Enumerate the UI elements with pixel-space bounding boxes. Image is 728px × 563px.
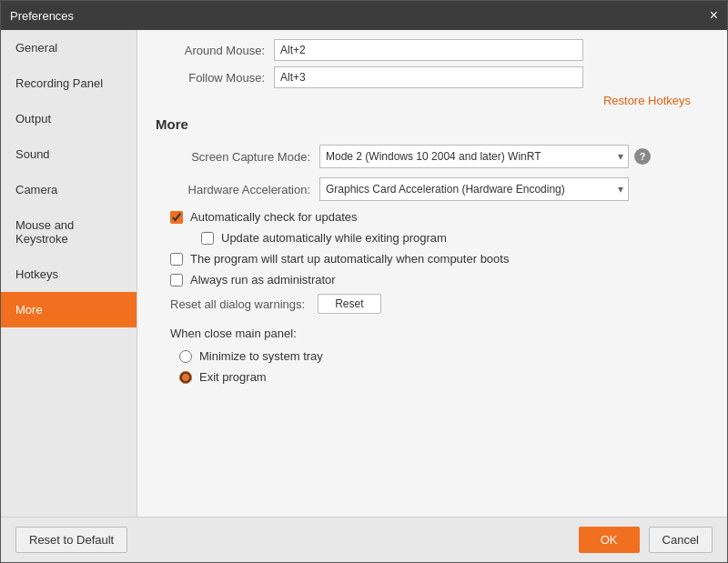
screen-capture-help-icon[interactable]: ? — [634, 148, 651, 165]
admin-label: Always run as administrator — [190, 273, 336, 287]
when-close-label: When close main panel: — [170, 327, 709, 340]
close-button[interactable]: × — [710, 8, 718, 23]
sidebar-item-more[interactable]: More — [1, 292, 136, 327]
ok-button[interactable]: OK — [579, 527, 640, 553]
around-mouse-row: Around Mouse: — [156, 39, 709, 61]
exit-radio[interactable] — [179, 371, 192, 384]
reset-dialog-label: Reset all dialog warnings: — [170, 297, 305, 311]
follow-mouse-input[interactable] — [274, 66, 583, 88]
main-panel: Around Mouse: Follow Mouse: Restore Hotk… — [137, 30, 727, 517]
sidebar-item-output[interactable]: Output — [1, 101, 136, 136]
footer-right: OK Cancel — [579, 527, 713, 553]
minimize-radio[interactable] — [179, 350, 192, 363]
sidebar: General Recording Panel Output Sound Cam… — [1, 30, 137, 517]
update-auto-checkbox[interactable] — [201, 232, 214, 245]
preferences-window: Preferences × General Recording Panel Ou… — [0, 0, 728, 563]
follow-mouse-row: Follow Mouse: — [156, 66, 709, 88]
screen-capture-dropdown[interactable]: Mode 2 (Windows 10 2004 and later) WinRT… — [319, 145, 629, 168]
titlebar: Preferences × — [1, 1, 727, 30]
startup-checkbox[interactable] — [170, 253, 183, 266]
when-close-section: When close main panel: Minimize to syste… — [156, 327, 709, 384]
sidebar-item-general[interactable]: General — [1, 30, 136, 65]
hardware-acceleration-row: Hardware Acceleration: Graphics Card Acc… — [156, 177, 709, 201]
reset-to-default-button[interactable]: Reset to Default — [15, 527, 127, 553]
screen-capture-row: Screen Capture Mode: Mode 2 (Windows 10 … — [156, 145, 709, 168]
more-section: More Screen Capture Mode: Mode 2 (Window… — [156, 116, 709, 384]
screen-capture-label: Screen Capture Mode: — [156, 150, 319, 164]
cancel-button[interactable]: Cancel — [649, 527, 713, 553]
around-mouse-input[interactable] — [274, 39, 583, 61]
auto-check-updates-row: Automatically check for updates — [156, 210, 709, 224]
exit-row: Exit program — [170, 370, 709, 384]
update-auto-row: Update automatically while exiting progr… — [156, 231, 709, 245]
reset-dialog-row: Reset all dialog warnings: Reset — [156, 294, 709, 314]
startup-row: The program will start up automatically … — [156, 252, 709, 266]
startup-label: The program will start up automatically … — [190, 252, 509, 266]
hardware-acceleration-dropdown-container: Graphics Card Acceleration (Hardware Enc… — [319, 177, 629, 201]
sidebar-item-mouse-keystroke[interactable]: Mouse and Keystroke — [1, 207, 136, 256]
follow-mouse-label: Follow Mouse: — [156, 71, 274, 85]
auto-check-updates-label: Automatically check for updates — [190, 210, 358, 224]
auto-check-updates-checkbox[interactable] — [170, 211, 183, 224]
hotkeys-partial: Around Mouse: Follow Mouse: Restore Hotk… — [156, 39, 709, 107]
restore-hotkeys-link[interactable]: Restore Hotkeys — [603, 94, 691, 107]
hardware-acceleration-dropdown[interactable]: Graphics Card Acceleration (Hardware Enc… — [319, 177, 629, 201]
scrollable-content: Around Mouse: Follow Mouse: Restore Hotk… — [137, 30, 727, 517]
update-auto-label: Update automatically while exiting progr… — [221, 231, 447, 245]
footer-left: Reset to Default — [15, 527, 127, 553]
minimize-row: Minimize to system tray — [170, 349, 709, 363]
sidebar-item-camera[interactable]: Camera — [1, 172, 136, 207]
admin-row: Always run as administrator — [156, 273, 709, 287]
sidebar-item-recording-panel[interactable]: Recording Panel — [1, 65, 136, 101]
screen-capture-dropdown-container: Mode 2 (Windows 10 2004 and later) WinRT… — [319, 145, 629, 168]
minimize-label: Minimize to system tray — [199, 349, 323, 363]
screen-capture-wrapper: Mode 2 (Windows 10 2004 and later) WinRT… — [319, 145, 651, 168]
admin-checkbox[interactable] — [170, 274, 183, 287]
footer: Reset to Default OK Cancel — [1, 517, 727, 562]
reset-dialog-button[interactable]: Reset — [318, 294, 380, 314]
more-title: More — [156, 116, 709, 132]
around-mouse-label: Around Mouse: — [156, 44, 274, 57]
sidebar-item-sound[interactable]: Sound — [1, 136, 136, 172]
exit-label: Exit program — [199, 370, 267, 384]
content-area: General Recording Panel Output Sound Cam… — [1, 30, 727, 517]
sidebar-item-hotkeys[interactable]: Hotkeys — [1, 256, 136, 292]
restore-hotkeys-container: Restore Hotkeys — [156, 94, 709, 107]
window-title: Preferences — [10, 9, 74, 23]
hardware-acceleration-label: Hardware Acceleration: — [156, 183, 319, 196]
